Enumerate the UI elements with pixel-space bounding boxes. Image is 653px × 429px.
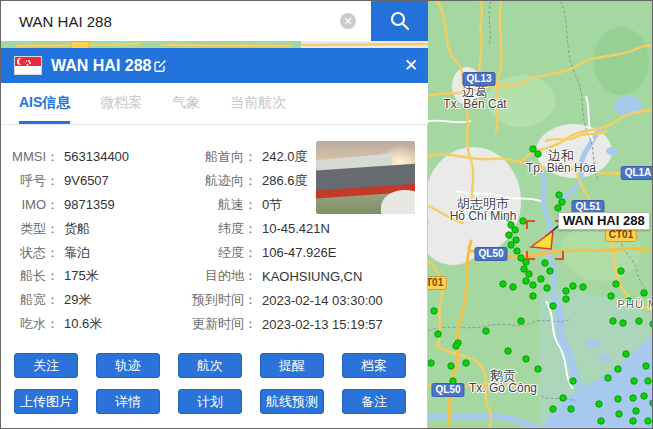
ship-dot[interactable] bbox=[560, 395, 566, 401]
info-label: 状态： bbox=[1, 244, 59, 262]
ship-dot[interactable] bbox=[556, 192, 562, 198]
ship-dot[interactable] bbox=[521, 266, 527, 272]
ship-photo[interactable] bbox=[316, 141, 415, 214]
info-value: 10-45.421N bbox=[262, 221, 330, 236]
ship-dot[interactable] bbox=[555, 205, 561, 211]
action-buttons-row-2: 上传图片详情计划航线预测备注 bbox=[1, 389, 428, 414]
ship-dot[interactable] bbox=[610, 318, 616, 324]
ship-dot[interactable] bbox=[463, 360, 469, 366]
close-icon[interactable]: ✕ bbox=[399, 48, 423, 83]
voyages-button[interactable]: 航次 bbox=[178, 353, 242, 378]
info-label: 航迹向： bbox=[187, 172, 257, 190]
ship-dot[interactable] bbox=[453, 343, 459, 349]
ship-dot[interactable] bbox=[605, 375, 611, 381]
ship-dot[interactable] bbox=[641, 393, 647, 399]
info-row: 船宽：29米 bbox=[1, 288, 187, 312]
ship-dot[interactable] bbox=[535, 151, 541, 157]
ship-dot[interactable] bbox=[559, 199, 565, 205]
ship-dot[interactable] bbox=[596, 401, 602, 407]
ship-dot[interactable] bbox=[535, 366, 541, 372]
ship-dot[interactable] bbox=[550, 303, 556, 309]
search-button[interactable] bbox=[371, 1, 428, 41]
ship-dot[interactable] bbox=[645, 418, 651, 424]
tab-micro-archive[interactable]: 微档案 bbox=[100, 83, 142, 124]
ship-dot[interactable] bbox=[616, 411, 622, 417]
ship-dot[interactable] bbox=[615, 396, 621, 402]
ship-dot[interactable] bbox=[550, 406, 556, 412]
ship-dot[interactable] bbox=[518, 318, 524, 324]
ship-dot[interactable] bbox=[513, 237, 519, 243]
ship-dot[interactable] bbox=[580, 284, 586, 290]
ship-dot[interactable] bbox=[618, 268, 624, 274]
ship-dot[interactable] bbox=[544, 285, 550, 291]
info-column-left: MMSI：563134400呼号：9V6507IMO：9871359类型：货船状… bbox=[1, 145, 187, 336]
ship-dot[interactable] bbox=[633, 408, 639, 414]
track-button[interactable]: 轨迹 bbox=[96, 353, 160, 378]
ship-dot[interactable] bbox=[448, 363, 454, 369]
info-value: 9871359 bbox=[64, 197, 115, 212]
ship-dot[interactable] bbox=[630, 395, 636, 401]
ship-dot[interactable] bbox=[631, 378, 637, 384]
ship-dot[interactable] bbox=[523, 278, 529, 284]
ship-dot[interactable] bbox=[598, 418, 604, 424]
search-input[interactable] bbox=[1, 1, 337, 41]
ship-dot[interactable] bbox=[626, 298, 632, 304]
ship-dot[interactable] bbox=[530, 293, 536, 299]
alert-button[interactable]: 提醒 bbox=[260, 353, 324, 378]
ship-dot[interactable] bbox=[483, 328, 489, 334]
ship-dot[interactable] bbox=[641, 290, 647, 296]
ship-dot[interactable] bbox=[542, 260, 548, 266]
ship-dot[interactable] bbox=[563, 288, 569, 294]
edit-icon[interactable] bbox=[153, 59, 167, 73]
note-button[interactable]: 备注 bbox=[342, 389, 406, 414]
ship-dot[interactable] bbox=[538, 276, 544, 282]
info-row: 吃水：10.6米 bbox=[1, 312, 187, 336]
search-icon bbox=[389, 10, 411, 32]
route-forecast-button[interactable]: 航线预测 bbox=[260, 389, 324, 414]
follow-button[interactable]: 关注 bbox=[14, 353, 78, 378]
ship-dot[interactable] bbox=[623, 351, 629, 357]
ship-dot[interactable] bbox=[530, 282, 536, 288]
ship-dot[interactable] bbox=[450, 378, 456, 384]
ship-dot[interactable] bbox=[506, 232, 512, 238]
ship-dot[interactable] bbox=[431, 308, 437, 314]
ship-dot[interactable] bbox=[643, 363, 649, 369]
info-value: 286.6度 bbox=[262, 172, 308, 190]
plan-button[interactable]: 计划 bbox=[178, 389, 242, 414]
ship-dot[interactable] bbox=[523, 356, 529, 362]
ship-dot[interactable] bbox=[547, 268, 553, 274]
ship-dot[interactable] bbox=[510, 284, 516, 290]
archive-button[interactable]: 档案 bbox=[342, 353, 406, 378]
upload-photo-button[interactable]: 上传图片 bbox=[14, 389, 78, 414]
tab-ais-info[interactable]: AIS信息 bbox=[19, 83, 70, 124]
ship-dot[interactable] bbox=[530, 146, 536, 152]
ship-dot[interactable] bbox=[505, 348, 511, 354]
ship-dot[interactable] bbox=[506, 215, 512, 221]
details-button[interactable]: 详情 bbox=[96, 389, 160, 414]
ship-dot[interactable] bbox=[613, 281, 619, 287]
clear-search-icon[interactable]: ✕ bbox=[340, 13, 356, 29]
ship-dot[interactable] bbox=[645, 378, 651, 384]
ship-dot[interactable] bbox=[435, 331, 441, 337]
info-value: 靠泊 bbox=[64, 244, 90, 262]
ship-dot[interactable] bbox=[526, 271, 532, 277]
ship-dot[interactable] bbox=[568, 406, 574, 412]
ship-dot[interactable] bbox=[636, 318, 642, 324]
ship-dot[interactable] bbox=[608, 293, 614, 299]
ship-dot[interactable] bbox=[508, 242, 514, 248]
ship-dot[interactable] bbox=[620, 320, 626, 326]
info-row: 状态：靠泊 bbox=[1, 241, 187, 265]
ship-dot[interactable] bbox=[512, 227, 518, 233]
ship-dot[interactable] bbox=[630, 418, 636, 424]
ship-dot[interactable] bbox=[570, 378, 576, 384]
ship-dot[interactable] bbox=[514, 248, 520, 254]
ship-dot[interactable] bbox=[615, 366, 621, 372]
tab-current-voyage[interactable]: 当前航次 bbox=[230, 83, 286, 124]
ship-dot[interactable] bbox=[570, 283, 576, 289]
ship-dot[interactable] bbox=[428, 360, 434, 366]
info-row: 预到时间：2023-02-14 03:30:00 bbox=[187, 288, 419, 312]
ship-dot[interactable] bbox=[520, 218, 526, 224]
ship-dot[interactable] bbox=[500, 281, 506, 287]
ship-dot[interactable] bbox=[563, 296, 569, 302]
tab-weather[interactable]: 气象 bbox=[172, 83, 200, 124]
